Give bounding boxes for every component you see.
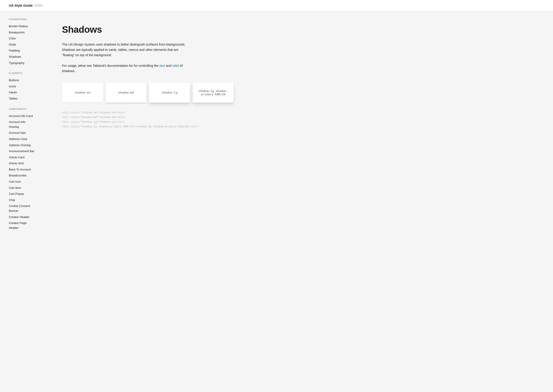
sidebar-item-buttons[interactable]: Buttons (9, 77, 35, 83)
shadow-card-sm: shadow-sm (62, 83, 103, 103)
app-container: UA Style Guide 10.913 FOUNDATIONS Border… (0, 0, 553, 392)
app-version: 10.913 (35, 4, 43, 7)
sidebar-item-cookie-consent-banner[interactable]: Cookie Consent Banner (9, 203, 35, 214)
main-content: Shadows The UA Design System uses shadow… (44, 11, 553, 392)
code-line-4: <div class="shadow-lg shadow-primary-500… (62, 125, 535, 129)
page-title: Shadows (62, 24, 535, 35)
sidebar-item-cart-item[interactable]: Cart Item (9, 185, 35, 191)
shadow-sm-label: shadow-sm (75, 91, 90, 94)
sidebar-section-elements: ELEMENTS Buttons Icons Inputs Tables (9, 72, 35, 101)
sidebar-section-components: COMPONENTS Account Info Card Account Inf… (9, 108, 35, 231)
shadow-card-lg-primary: shadow-lg shadow-primary-500/10 (193, 83, 234, 103)
shadow-lg-primary-label: shadow-lg shadow-primary-500/10 (199, 89, 228, 96)
code-line-1: <div class="shadow-sm">shadow-sm</div> (62, 111, 535, 115)
sidebar-item-breakpoints[interactable]: Breakpoints (9, 29, 35, 35)
description-2-middle: and (166, 64, 172, 67)
sidebar-item-creator-page-header[interactable]: Creator Page Header (9, 220, 35, 231)
shadow-card-md: shadow-md (106, 83, 146, 103)
code-line-2: <div class="shadow-md">shadow-md</div> (62, 115, 535, 120)
color-link[interactable]: color (172, 64, 179, 67)
description-paragraph-1: The UA Design System uses shadows to bet… (62, 42, 190, 58)
sidebar-item-grids[interactable]: Grids (9, 42, 35, 48)
size-link[interactable]: size (159, 64, 165, 67)
app-title: UA Style Guide (9, 4, 33, 7)
sidebar-item-address-overlay[interactable]: Address Overlay (9, 142, 35, 148)
code-line-3: <div class="shadow-lg">shadow-lg</div> (62, 120, 535, 125)
sidebar: FOUNDATIONS Border Radius Breakpoints Co… (0, 11, 44, 392)
sidebar-item-creator-header[interactable]: Creator Header (9, 214, 35, 220)
sidebar-item-color[interactable]: Color (9, 35, 35, 42)
code-block: <div class="shadow-sm">shadow-sm</div> <… (62, 111, 535, 129)
sidebar-item-article-card[interactable]: Article Card (9, 154, 35, 161)
sidebar-item-shadows[interactable]: Shadows (9, 54, 35, 60)
sidebar-item-back-to-account[interactable]: Back To Account (9, 167, 35, 173)
elements-label: ELEMENTS (9, 72, 35, 75)
sidebar-section-foundations: FOUNDATIONS Border Radius Breakpoints Co… (9, 18, 35, 66)
sidebar-item-announcement-bar[interactable]: Announcement Bar (9, 148, 35, 154)
shadow-md-label: shadow-md (118, 91, 134, 94)
shadow-card-lg: shadow-lg (149, 83, 190, 103)
sidebar-item-article-grid[interactable]: Article Grid (9, 160, 35, 167)
sidebar-item-chip[interactable]: Chip (9, 197, 35, 203)
description-paragraph-2: For usage, plese see Tailwind's document… (62, 63, 190, 74)
sidebar-item-cart-icon[interactable]: Cart Icon (9, 179, 35, 185)
sidebar-item-account-info-overlay[interactable]: Account Info Overlay (9, 119, 35, 130)
sidebar-item-border-radius[interactable]: Border Radius (9, 23, 35, 29)
sidebar-item-breadcrumbs[interactable]: Breadcrumbs (9, 172, 35, 179)
sidebar-item-tables[interactable]: Tables (9, 96, 35, 102)
sidebar-item-padding[interactable]: Padding (9, 48, 35, 54)
sidebar-item-inputs[interactable]: Inputs (9, 89, 35, 96)
sidebar-item-cart-popup[interactable]: Cart Popup (9, 191, 35, 197)
sidebar-item-account-info-card[interactable]: Account Info Card (9, 113, 35, 119)
foundations-label: FOUNDATIONS (9, 18, 35, 21)
top-bar: UA Style Guide 10.913 (0, 0, 553, 11)
sidebar-item-icons[interactable]: Icons (9, 83, 35, 90)
main-layout: FOUNDATIONS Border Radius Breakpoints Co… (0, 11, 553, 392)
sidebar-item-account-nav[interactable]: Account Nav (9, 130, 35, 136)
shadow-lg-label: shadow-lg (162, 91, 177, 94)
sidebar-item-typography[interactable]: Typography (9, 60, 35, 66)
shadow-cards-row: shadow-sm shadow-md shadow-lg shadow-lg … (62, 83, 535, 103)
description-2-prefix: For usage, plese see Tailwind's document… (62, 64, 159, 67)
sidebar-item-address-card[interactable]: Address Card (9, 136, 35, 142)
components-label: COMPONENTS (9, 108, 35, 110)
